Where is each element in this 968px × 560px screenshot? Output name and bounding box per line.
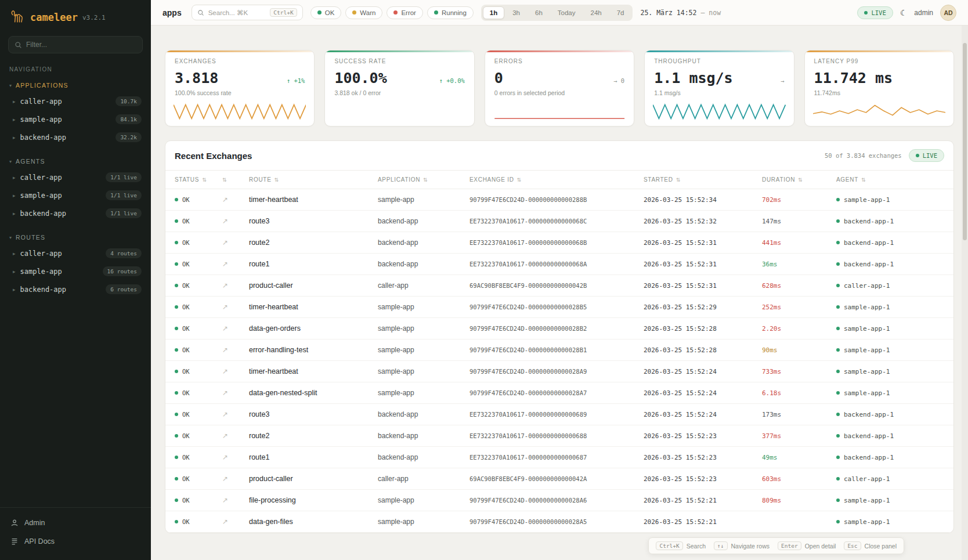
sparkline [653,100,785,121]
duration-cell: 252ms [756,297,830,317]
sidebar-item-routes-caller-app[interactable]: ▸caller-app4 routes [0,244,151,262]
filter-chip-ok[interactable]: OK [310,6,342,19]
open-exchange-icon[interactable]: ↗ [222,324,228,333]
scrollbar-thumb[interactable] [963,43,967,240]
scrollbar-track[interactable] [962,26,968,560]
sidebar-item-applications-caller-app[interactable]: ▸caller-app10.7k [0,92,151,110]
table-row[interactable]: OK↗product-callercaller-app69AC90BF8EBC4… [165,468,953,490]
live-indicator[interactable]: LIVE [857,6,893,19]
table-row[interactable]: OK↗data-gen-filessample-app90799F47E6CD2… [165,511,953,533]
open-exchange-icon[interactable]: ↗ [222,217,228,225]
table-row[interactable]: OK↗route1backend-appEE7322370A10617-0000… [165,447,953,468]
status-cell: OK [165,362,216,381]
table-row[interactable]: OK↗file-processingsample-app90799F47E6CD… [165,490,953,511]
sidebar-item-admin[interactable]: Admin [0,514,151,532]
agent-name: caller-app-1 [844,282,890,290]
open-exchange-icon[interactable]: ↗ [222,389,228,397]
table-row[interactable]: OK↗route3backend-appEE7322370A10617-0000… [165,211,953,232]
sidebar-item-agents-backend-app[interactable]: ▸backend-app1/1 live [0,204,151,222]
range-button-7d[interactable]: 7d [610,6,631,19]
kpi-subtitle: 3.818 ok / 0 error [334,89,464,96]
sidebar-section-header-agents[interactable]: ▾AGENTS [0,156,151,168]
agent-cell: sample-app-1 [830,512,953,532]
sidebar-item-routes-backend-app[interactable]: ▸backend-app6 routes [0,280,151,298]
sidebar-filter-input[interactable] [26,41,136,49]
open-exchange-icon[interactable]: ↗ [222,346,228,354]
sidebar-item-routes-sample-app[interactable]: ▸sample-app16 routes [0,262,151,280]
sort-icon: ⇅ [222,177,227,183]
sidebar-section-header-routes[interactable]: ▾ROUTES [0,232,151,244]
started-cell: 2026-03-25 15:52:23 [638,447,756,468]
column-header-status[interactable]: STATUS⇅ [165,171,216,189]
column-header-open[interactable]: ⇅ [216,171,243,189]
table-row[interactable]: OK↗timer-heartbeatsample-app90799F47E6CD… [165,297,953,318]
open-exchange-icon[interactable]: ↗ [222,496,228,504]
table-row[interactable]: OK↗product-callercaller-app69AC90BF8EBC4… [165,275,953,297]
table-row[interactable]: OK↗timer-heartbeatsample-app90799F47E6CD… [165,361,953,382]
column-header-route[interactable]: ROUTE⇅ [243,171,372,189]
route-name: data-gen-nested-split [249,389,317,397]
open-exchange-icon[interactable]: ↗ [222,303,228,311]
open-exchange-icon[interactable]: ↗ [222,518,228,526]
open-exchange-icon[interactable]: ↗ [222,367,228,375]
open-exchange-icon[interactable]: ↗ [222,196,228,204]
table-live-label: LIVE [923,152,937,159]
open-exchange-icon[interactable]: ↗ [222,432,228,440]
agent-cell: sample-app-1 [830,340,953,360]
table-row[interactable]: OK↗error-handling-testsample-app90799F47… [165,339,953,361]
table-row[interactable]: OK↗route1backend-appEE7322370A10617-0000… [165,254,953,275]
search-icon [15,41,22,49]
theme-toggle[interactable]: ☾ [900,9,908,17]
table-row[interactable]: OK↗route2backend-appEE7322370A10617-0000… [165,425,953,447]
sidebar-item-applications-sample-app[interactable]: ▸sample-app84.1k [0,110,151,128]
table-live-indicator[interactable]: LIVE [909,149,944,162]
sort-icon: ⇅ [202,177,207,183]
topbar-right: LIVE ☾ admin AD [857,5,956,21]
open-exchange-icon[interactable]: ↗ [222,281,228,290]
started-cell: 2026-03-25 15:52:29 [638,297,756,317]
column-header-agent[interactable]: AGENT⇅ [830,171,953,189]
sidebar-item-agents-sample-app[interactable]: ▸sample-app1/1 live [0,186,151,204]
status-label: OK [182,196,190,203]
application-cell: backend-app [372,447,464,468]
range-button-24h[interactable]: 24h [583,6,608,19]
filter-chip-running[interactable]: Running [427,6,474,19]
open-exchange-icon[interactable]: ↗ [222,453,228,461]
kpi-card-latency-p99: LATENCY P9911.742 ms11.742ms [804,50,954,127]
column-header-duration[interactable]: DURATION⇅ [756,171,830,189]
status-ok-dot [175,348,178,352]
sparkline [493,100,626,121]
agent-name: sample-app-1 [844,518,890,526]
range-button-today[interactable]: Today [551,6,583,19]
open-exchange-icon[interactable]: ↗ [222,260,228,268]
range-button-3h[interactable]: 3h [505,6,527,19]
open-exchange-icon[interactable]: ↗ [222,239,228,247]
table-row[interactable]: OK↗timer-heartbeatsample-app90799F47E6CD… [165,189,953,211]
sort-icon: ⇅ [676,177,681,183]
filter-chip-warn[interactable]: Warn [345,6,382,19]
filter-chip-error[interactable]: Error [387,6,423,19]
open-exchange-icon[interactable]: ↗ [222,475,228,483]
agent-cell: sample-app-1 [830,319,953,339]
column-header-application[interactable]: APPLICATION⇅ [372,171,464,189]
range-button-1h[interactable]: 1h [483,6,504,19]
table-row[interactable]: OK↗route3backend-appEE7322370A10617-0000… [165,404,953,425]
column-header-started[interactable]: STARTED⇅ [638,171,756,189]
open-exchange-icon[interactable]: ↗ [222,410,228,418]
sidebar-section-header-applications[interactable]: ▾APPLICATIONS [0,80,151,92]
app-version: v3.2.1 [82,14,106,21]
duration-cell: 2.20s [756,319,830,339]
range-button-6h[interactable]: 6h [528,6,550,19]
table-row[interactable]: OK↗data-gen-orderssample-app90799F47E6CD… [165,318,953,339]
agent-live-dot [836,520,840,523]
search-input[interactable] [208,9,266,16]
sidebar-item-agents-caller-app[interactable]: ▸caller-app1/1 live [0,168,151,186]
exchange-id-cell: 90799F47E6CD24D-000000000000288B [464,190,638,209]
table-row[interactable]: OK↗route2backend-appEE7322370A10617-0000… [165,232,953,254]
user-avatar[interactable]: AD [940,5,956,21]
sparkline [813,100,945,121]
table-row[interactable]: OK↗data-gen-nested-splitsample-app90799F… [165,382,953,404]
column-header-exchange-id[interactable]: EXCHANGE ID⇅ [464,171,638,189]
sidebar-item-applications-backend-app[interactable]: ▸backend-app32.2k [0,128,151,146]
sidebar-item-api-docs[interactable]: API Docs [0,532,151,551]
